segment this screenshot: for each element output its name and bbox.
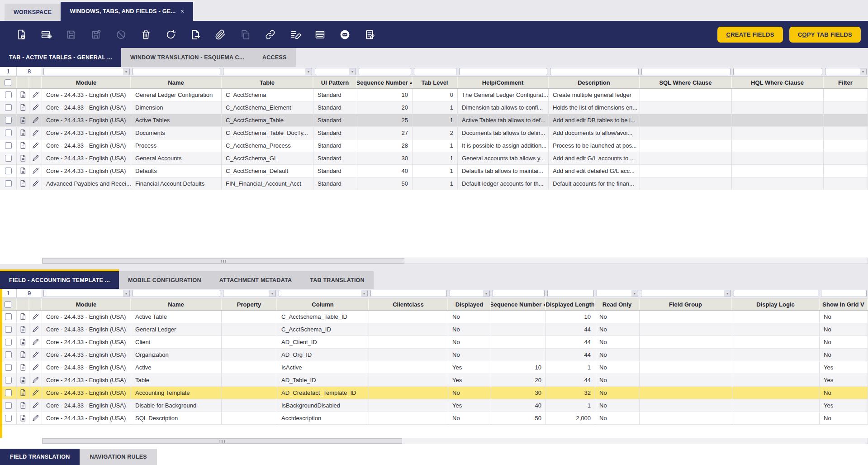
edit-pencil-icon[interactable] (29, 399, 42, 412)
edit-pencil-icon[interactable] (29, 323, 42, 336)
table-row[interactable]: Core - 24.4.33 - English (USA)TableAD_Ta… (0, 374, 868, 387)
table-row[interactable]: Core - 24.4.33 - English (USA)Active Tab… (0, 311, 868, 323)
filter-dropdown-icon[interactable]: ▼ (305, 68, 312, 75)
filter-input-table[interactable] (223, 68, 312, 75)
edit-pencil-icon[interactable] (29, 114, 42, 126)
edit-pencil-icon[interactable] (29, 101, 42, 114)
filter-input-column[interactable] (279, 290, 368, 297)
record-document-icon[interactable] (17, 165, 29, 177)
column-header-description[interactable]: Description (549, 77, 640, 88)
row-checkbox[interactable] (5, 117, 12, 124)
horizontal-scrollbar[interactable] (0, 258, 868, 264)
table-row[interactable]: Core - 24.4.33 - English (USA)Accounting… (0, 387, 868, 399)
filter-input-module[interactable] (43, 68, 130, 75)
edit-pencil-icon[interactable] (29, 349, 42, 361)
edit-pencil-icon[interactable] (29, 139, 42, 152)
scrollbar-thumb[interactable] (43, 258, 404, 264)
edit-pencil-icon[interactable] (29, 374, 42, 386)
table-row[interactable]: Core - 24.4.33 - English (USA)ActiveIsAc… (0, 361, 868, 374)
row-checkbox[interactable] (5, 155, 12, 162)
edit-pencil-icon[interactable] (29, 177, 42, 190)
filter-dropdown-icon[interactable]: ▼ (123, 290, 129, 297)
row-checkbox[interactable] (5, 313, 12, 320)
record-document-icon[interactable] (17, 101, 29, 114)
filter-input-sql-where-clause[interactable] (641, 68, 730, 75)
row-checkbox[interactable] (5, 326, 12, 333)
new-record-icon[interactable] (15, 29, 27, 40)
record-document-icon[interactable] (17, 311, 29, 323)
filter-input-module[interactable] (43, 290, 130, 297)
column-header-sequence-number[interactable]: Sequence Number▲ (491, 298, 546, 310)
table-row[interactable]: Core - 24.4.33 - English (USA)ProcessC_A… (0, 139, 868, 152)
customize-icon[interactable] (289, 29, 301, 40)
filter-input-displayed-length[interactable] (547, 290, 594, 297)
close-icon[interactable]: × (180, 8, 184, 15)
column-header-displayed[interactable]: Displayed (448, 298, 491, 310)
row-checkbox[interactable] (5, 142, 12, 149)
column-header-hql-where-clause[interactable]: HQL Where Clause (732, 77, 824, 88)
table-row[interactable]: Core - 24.4.33 - English (USA)SQL Descri… (0, 412, 868, 425)
filter-input-property[interactable] (223, 290, 276, 297)
assistant-icon[interactable] (339, 29, 351, 40)
column-header-field-group[interactable]: Field Group (640, 298, 732, 310)
record-document-icon[interactable] (17, 412, 29, 424)
record-document-icon[interactable] (17, 114, 29, 126)
scrollbar-thumb[interactable] (43, 438, 402, 444)
tab-active-tables[interactable]: TAB - ACTIVE TABLES - GENERAL ... (0, 48, 121, 67)
filter-input-clientclass[interactable] (370, 290, 447, 297)
tab-tab-translation[interactable]: TAB TRANSLATION (301, 271, 374, 289)
column-header-sql-where-clause[interactable]: SQL Where Clause (640, 77, 732, 88)
table-row[interactable]: Core - 24.4.33 - English (USA)General Ac… (0, 152, 868, 165)
attachment-icon[interactable] (214, 29, 226, 40)
row-checkbox[interactable] (5, 402, 12, 409)
row-checkbox[interactable] (5, 168, 12, 174)
table-row[interactable]: Advanced Payables and Recei...Financial … (0, 177, 868, 190)
column-header-ui-pattern[interactable]: UI Pattern (313, 77, 357, 88)
table-row[interactable]: Core - 24.4.33 - English (USA)Disable fo… (0, 399, 868, 412)
record-document-icon[interactable] (17, 152, 29, 164)
record-document-icon[interactable] (17, 374, 29, 386)
tab-field-accounting-template[interactable]: FIELD - ACCOUNTING TEMPLATE ... (0, 269, 119, 289)
edit-pencil-icon[interactable] (29, 412, 42, 424)
column-header-name[interactable]: Name (131, 77, 222, 88)
row-checkbox[interactable] (5, 129, 12, 136)
edit-pencil-icon[interactable] (29, 361, 42, 374)
tab-window-translation[interactable]: WINDOW TRANSLATION - ESQUEMA C... (121, 48, 253, 67)
column-header-show-in-grid-v[interactable]: Show In Grid V (820, 298, 868, 310)
tab-access[interactable]: ACCESS (253, 48, 296, 67)
column-header-table[interactable]: Table (222, 77, 313, 88)
tab-field-translation[interactable]: FIELD TRANSLATION (0, 449, 80, 465)
record-document-icon[interactable] (17, 139, 29, 152)
save-preference-icon[interactable] (90, 29, 102, 40)
filter-input-sequence-number[interactable] (359, 68, 411, 75)
tab-windows-tabs-and-fields[interactable]: WINDOWS, TABS, AND FIELDS - GE... × (61, 2, 193, 21)
copy-record-icon[interactable] (239, 29, 251, 40)
column-header-name[interactable]: Name (131, 298, 222, 310)
record-document-icon[interactable] (17, 387, 29, 399)
column-header-filter[interactable]: Filter (824, 77, 868, 88)
table-row[interactable]: Core - 24.4.33 - English (USA)General Le… (0, 89, 868, 101)
column-header-display-logic[interactable]: Display Logic (732, 298, 820, 310)
filter-dropdown-icon[interactable]: ▼ (123, 68, 129, 75)
column-header-module[interactable]: Module (42, 77, 131, 88)
scrollbar-track[interactable] (42, 258, 868, 264)
horizontal-scrollbar[interactable] (0, 438, 868, 444)
table-row[interactable]: Core - 24.4.33 - English (USA)DimensionC… (0, 101, 868, 114)
column-header-sequence-number[interactable]: Sequence Number▲ (357, 77, 413, 88)
table-row[interactable]: Core - 24.4.33 - English (USA)DocumentsC… (0, 127, 868, 139)
new-row-icon[interactable] (40, 29, 52, 40)
create-fields-button[interactable]: CREATE FIELDS (717, 27, 783, 43)
table-row[interactable]: Core - 24.4.33 - English (USA)Organizati… (0, 349, 868, 361)
record-document-icon[interactable] (17, 361, 29, 374)
edit-pencil-icon[interactable] (29, 311, 42, 323)
column-header-displayed-length[interactable]: Displayed Length (546, 298, 595, 310)
select-all-checkbox[interactable] (5, 79, 11, 86)
record-document-icon[interactable] (17, 336, 29, 348)
filter-input-hql-where-clause[interactable] (733, 68, 822, 75)
column-header-module[interactable]: Module (42, 298, 131, 310)
table-row[interactable]: Core - 24.4.33 - English (USA)ClientAD_C… (0, 336, 868, 349)
edit-pencil-icon[interactable] (29, 89, 42, 101)
link-icon[interactable] (264, 29, 276, 40)
toggle-layout-icon[interactable] (314, 29, 326, 40)
edit-pencil-icon[interactable] (29, 387, 42, 399)
